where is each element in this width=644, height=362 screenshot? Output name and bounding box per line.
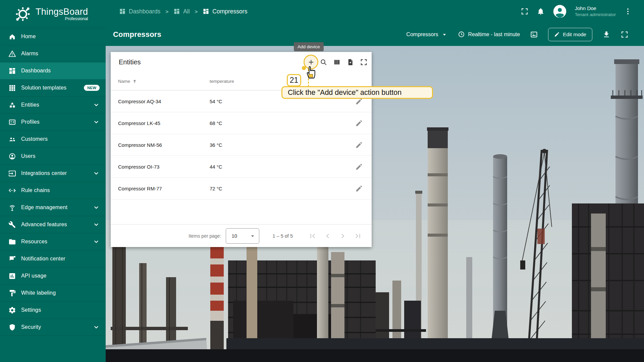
sidebar-item-label: Dashboards <box>21 68 51 74</box>
sidebar-item-home[interactable]: Home <box>0 28 106 45</box>
search-button[interactable] <box>317 55 330 69</box>
edit-mode-button[interactable]: Edit mode <box>548 28 592 41</box>
export-button[interactable] <box>343 55 357 69</box>
cell-name: Compressor NM-56 <box>118 142 210 148</box>
sidebar-item-label: Customers <box>21 136 48 142</box>
dashboard-image-icon[interactable] <box>530 31 538 39</box>
profiles-icon <box>8 118 16 126</box>
avatar[interactable] <box>553 4 567 18</box>
sidebar-item-dashboards[interactable]: Dashboards <box>0 62 106 79</box>
timewindow-button[interactable]: Realtime - last minute <box>458 31 520 38</box>
cell-temperature: 68 °C <box>210 120 355 126</box>
sidebar-item-integrations-center[interactable]: Integrations center <box>0 165 106 182</box>
dashboard-toolbar-actions: Compressors Realtime - last minute Edit … <box>406 28 629 41</box>
sidebar-item-label: Resources <box>21 239 47 245</box>
breadcrumb-item-all[interactable]: All <box>173 8 190 15</box>
pencil-icon <box>554 32 560 37</box>
column-header-temperature[interactable]: temperature <box>210 79 234 84</box>
sidebar-item-notification-center[interactable]: Notification center <box>0 250 106 267</box>
pencil-icon[interactable] <box>355 119 363 127</box>
chevron-down-icon <box>93 102 100 108</box>
topbar: Dashboards>All>Compressors John Doe Tena… <box>106 0 644 23</box>
gear-icon <box>8 306 16 314</box>
pencil-icon[interactable] <box>355 163 363 171</box>
sidebar-item-resources[interactable]: Resources <box>0 233 106 250</box>
column-header-name[interactable]: Name <box>118 78 210 84</box>
sidebar-item-customers[interactable]: Customers <box>0 131 106 148</box>
sidebar-item-users[interactable]: Users <box>0 148 106 165</box>
breadcrumb-separator: > <box>165 9 168 14</box>
pencil-icon[interactable] <box>355 141 363 149</box>
last-page-icon[interactable] <box>354 232 362 240</box>
toolbar-fullscreen-icon[interactable] <box>621 31 629 39</box>
annotation-drag-handle <box>309 74 313 77</box>
api-usage-icon <box>8 272 16 280</box>
widget-title: Entities <box>119 58 305 66</box>
clock-icon <box>458 31 465 38</box>
dashboard-toolbar: Compressors Compressors Realtime - last … <box>106 23 644 46</box>
sidebar-item-security[interactable]: Security <box>0 319 106 336</box>
sidebar-item-entities[interactable]: Entities <box>0 97 106 114</box>
dashboards-icon <box>8 67 16 75</box>
fullscreen-icon[interactable] <box>521 7 529 15</box>
kebab-menu-icon[interactable] <box>624 7 632 15</box>
chevron-down-icon <box>441 31 448 38</box>
breadcrumb-label: Dashboards <box>129 8 160 15</box>
table-row-compressor-rm-77[interactable]: Compressor RM-7772 °C <box>111 178 372 199</box>
items-per-page-select[interactable]: 10 <box>226 228 259 244</box>
table-row-compressor-nm-56[interactable]: Compressor NM-5636 °C <box>111 134 372 156</box>
dashboard-icon <box>119 8 126 15</box>
fullscreen-widget-button[interactable] <box>357 55 370 69</box>
columns-button[interactable] <box>330 55 343 69</box>
instruction-callout: Click the "Add device" action button <box>281 86 433 99</box>
fullscreen-icon <box>360 58 368 66</box>
table-row-compressor-oi-73[interactable]: Compressor OI-7344 °C <box>111 156 372 178</box>
user-info[interactable]: John Doe Tenant administrator <box>575 5 616 17</box>
sidebar-item-white-labeling[interactable]: White labeling <box>0 285 106 302</box>
brand-logo[interactable]: ThingsBoard Professional <box>0 0 106 28</box>
cell-temperature: 54 °C <box>210 99 355 104</box>
sidebar-item-rule-chains[interactable]: Rule chains <box>0 182 106 199</box>
pagination-controls <box>308 232 362 240</box>
sidebar: ThingsBoard Professional HomeAlarmsDashb… <box>0 0 106 362</box>
export-file-icon <box>346 58 354 66</box>
sidebar-item-api-usage[interactable]: API usage <box>0 267 106 285</box>
sidebar-item-label: Edge management <box>21 204 67 210</box>
dashboard-state-select[interactable]: Compressors <box>406 31 448 38</box>
previous-page-icon[interactable] <box>323 232 332 240</box>
sidebar-item-label: Settings <box>21 307 41 313</box>
first-page-icon[interactable] <box>308 232 317 240</box>
topbar-actions: John Doe Tenant administrator <box>521 4 632 18</box>
sidebar-item-profiles[interactable]: Profiles <box>0 114 106 131</box>
pencil-icon[interactable] <box>355 185 363 192</box>
thingsboard-gear-icon <box>14 5 32 23</box>
notifications-bell-icon[interactable] <box>537 7 545 15</box>
home-icon <box>8 33 16 41</box>
cell-name: Compressor LK-45 <box>118 120 210 126</box>
cell-name: Compressor AQ-34 <box>118 99 210 104</box>
dashboard-icon <box>203 8 209 15</box>
sidebar-item-solution-templates[interactable]: Solution templatesNEW <box>0 79 106 97</box>
table-body: Compressor AQ-3454 °CCompressor LK-4568 … <box>111 90 372 199</box>
table-row-compressor-lk-45[interactable]: Compressor LK-4568 °C <box>111 112 372 134</box>
chevron-down-icon <box>93 204 100 211</box>
sidebar-item-edge-management[interactable]: Edge management <box>0 199 106 216</box>
edit-mode-label: Edit mode <box>563 32 586 38</box>
columns-icon <box>333 58 341 66</box>
user-icon <box>8 153 16 160</box>
sidebar-item-label: Rule chains <box>21 187 50 193</box>
sidebar-item-label: Users <box>21 153 36 159</box>
breadcrumb-item-dashboards[interactable]: Dashboards <box>119 8 160 15</box>
sidebar-item-advanced-features[interactable]: Advanced features <box>0 216 106 233</box>
folder-icon <box>8 238 16 246</box>
sidebar-item-alarms[interactable]: Alarms <box>0 45 106 62</box>
entities-widget: Entities Name temperature Compressor AQ-… <box>111 52 372 247</box>
chevron-down-icon <box>93 119 100 125</box>
breadcrumb-item-compressors[interactable]: Compressors <box>203 8 247 15</box>
next-page-icon[interactable] <box>338 232 347 240</box>
chevron-down-icon <box>93 324 100 330</box>
white-label-icon <box>8 289 16 297</box>
download-icon[interactable] <box>602 31 610 39</box>
user-role: Tenant administrator <box>575 12 616 18</box>
sidebar-item-settings[interactable]: Settings <box>0 302 106 319</box>
